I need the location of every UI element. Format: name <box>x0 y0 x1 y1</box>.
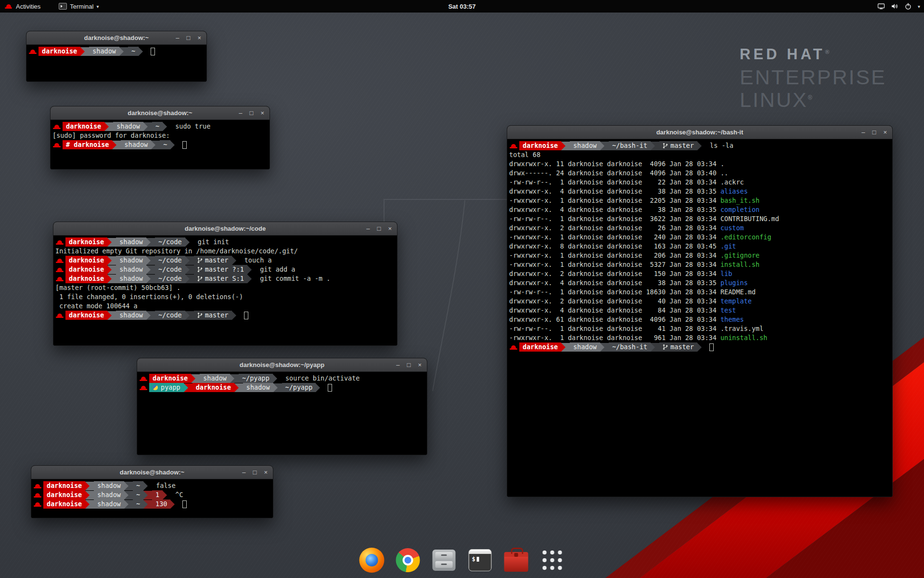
close-button[interactable]: × <box>418 362 422 368</box>
close-button[interactable]: × <box>264 469 268 475</box>
window-title: darknoise@shadow:~ <box>84 34 149 41</box>
file-meta: drwxrwxr-x. 61 darknoise darknoise 4096 … <box>509 315 720 324</box>
file-list-line: drwxrwxr-x. 4 darknoise darknoise 38 Jan… <box>509 278 891 288</box>
powerline-separator-icon <box>124 482 133 490</box>
file-list-line: drwx------. 24 darknoise darknoise 4096 … <box>509 169 891 178</box>
terminal-launcher[interactable]: $ <box>466 546 494 574</box>
window-titlebar[interactable]: darknoise@shadow:~ – □ × <box>31 466 273 479</box>
chrome-launcher[interactable] <box>394 546 422 574</box>
clock[interactable]: Sat 03:57 <box>448 3 475 10</box>
display-icon <box>877 2 885 10</box>
toolbox-launcher[interactable] <box>502 546 530 574</box>
close-button[interactable]: × <box>260 110 264 116</box>
redhat-icon <box>34 491 41 499</box>
powerline-separator-icon <box>273 374 282 383</box>
terminal-icon-cursor <box>477 557 479 562</box>
show-applications-button[interactable] <box>539 546 566 574</box>
prompt-segment-user: # darknoise <box>63 140 112 149</box>
command-text: source bin/activate <box>282 374 360 383</box>
minimize-button[interactable]: – <box>396 362 399 368</box>
window-title: darknoise@shadow:~/bash-it <box>656 129 744 136</box>
maximize-button[interactable]: □ <box>377 225 381 232</box>
terminal-content[interactable]: darknoiseshadow~/code git initInitialize… <box>53 236 397 345</box>
powerline-separator-icon <box>561 142 570 150</box>
prompt-segment-user: darknoise <box>65 311 107 320</box>
maximize-button[interactable]: □ <box>187 35 191 41</box>
git-branch-icon <box>663 143 668 149</box>
prompt-segment-host: shadow <box>116 265 146 274</box>
window-titlebar[interactable]: darknoise@shadow:~/pyapp – □ × <box>137 358 427 372</box>
terminal-content[interactable]: darknoiseshadow~/pyapp source bin/activa… <box>137 372 427 455</box>
terminal-content[interactable]: darknoiseshadow~ <box>26 45 206 81</box>
minimize-button[interactable]: – <box>176 35 179 41</box>
maximize-button[interactable]: □ <box>253 469 257 475</box>
prompt-segment-user: darknoise <box>65 237 107 247</box>
terminal-content[interactable]: darknoiseshadow~ sudo true[sudo] passwor… <box>51 120 270 169</box>
minimize-button[interactable]: – <box>861 129 865 135</box>
minimize-button[interactable]: – <box>239 110 242 116</box>
output-text: total 68 <box>509 150 540 159</box>
maximize-button[interactable]: □ <box>873 129 876 135</box>
firefox-launcher[interactable] <box>358 546 386 574</box>
files-launcher[interactable] <box>430 546 458 574</box>
file-name: bash_it.sh <box>720 196 759 205</box>
terminal-content[interactable]: darknoiseshadow~/bash-itmaster ls -latot… <box>507 139 892 497</box>
prompt-segment-path: ~/bash-it <box>609 141 651 150</box>
file-name: lib <box>720 269 732 278</box>
activities-button[interactable]: Activities <box>0 0 45 13</box>
chrome-icon <box>396 548 420 572</box>
terminal-icon-titlebar <box>469 550 491 554</box>
desktop-background[interactable]: RED HAT® ENTERPRISE LINUX® darknoise@sha… <box>0 0 924 578</box>
file-meta: drwxrwxr-x. 2 darknoise darknoise 150 Ja… <box>509 269 720 278</box>
file-list-line: drwxrwxr-x. 4 darknoise darknoise 38 Jan… <box>509 187 891 196</box>
minimize-button[interactable]: – <box>242 469 245 475</box>
window-titlebar[interactable]: darknoise@shadow:~ – □ × <box>26 31 206 45</box>
powerline-separator-icon <box>232 311 241 320</box>
powerline-separator-icon <box>184 383 192 392</box>
file-name: uninstall.sh <box>720 333 768 342</box>
prompt-line: darknoiseshadow~/codemaster <box>55 311 396 320</box>
prompt-line: # darknoiseshadow~ <box>52 140 268 149</box>
prompt-segment-exit: 130 <box>152 499 170 509</box>
system-status-area[interactable]: ▾ <box>877 0 920 13</box>
file-meta: drwxrwxr-x. 2 darknoise darknoise 40 Jan… <box>509 297 720 306</box>
window-titlebar[interactable]: darknoise@shadow:~ – □ × <box>51 106 270 120</box>
maximize-button[interactable]: □ <box>250 110 254 116</box>
prompt-segment-git: master S:1 <box>194 274 247 283</box>
close-button[interactable]: × <box>388 225 392 232</box>
prompt-segment-host: shadow <box>243 383 273 392</box>
terminal-content[interactable]: darknoiseshadow~ falsedarknoiseshadow~1 … <box>31 479 273 518</box>
powerline-separator-icon <box>104 122 113 131</box>
file-list-line: drwxrwxr-x. 8 darknoise darknoise 163 Ja… <box>509 242 891 251</box>
powerline-separator-icon <box>232 256 241 265</box>
powerline-separator-icon <box>600 343 609 352</box>
powerline-separator-icon <box>247 265 256 274</box>
terminal-window-code: darknoise@shadow:~/code – □ × darknoises… <box>53 222 398 346</box>
file-meta: drwxrwxr-x. 4 darknoise darknoise 38 Jan… <box>509 187 720 196</box>
powerline-separator-icon <box>163 491 171 499</box>
maximize-button[interactable]: □ <box>407 362 411 368</box>
firefox-icon <box>359 548 385 573</box>
file-meta: -rw-rw-r--. 1 darknoise darknoise 22 Jan… <box>509 178 720 187</box>
redhat-icon <box>53 141 61 149</box>
close-button[interactable]: × <box>197 35 201 41</box>
close-button[interactable]: × <box>883 129 887 135</box>
file-list-line: -rwxrwxr-x. 1 darknoise darknoise 2205 J… <box>509 196 891 205</box>
terminal-cursor <box>151 48 155 55</box>
app-menu-terminal[interactable]: Terminal ▾ <box>56 0 102 13</box>
window-title: darknoise@shadow:~/pyapp <box>240 361 324 368</box>
prompt-segment-user: darknoise <box>519 141 561 150</box>
file-list-line: drwxrwxr-x. 2 darknoise darknoise 40 Jan… <box>509 297 891 306</box>
redhat-icon <box>140 383 147 392</box>
file-list-line: -rwxrwxr-x. 1 darknoise darknoise 5327 J… <box>509 260 891 269</box>
prompt-line: pyappdarknoiseshadow~/pyapp <box>139 383 425 392</box>
powerline-separator-icon <box>124 500 133 509</box>
prompt-segment-host: shadow <box>89 47 119 56</box>
window-titlebar[interactable]: darknoise@shadow:~/code – □ × <box>53 222 397 236</box>
minimize-button[interactable]: – <box>366 225 370 232</box>
prompt-segment-user: darknoise <box>149 374 191 383</box>
output-text: [sudo] password for darknoise: <box>52 131 174 140</box>
prompt-line: darknoiseshadow~130 <box>33 499 271 509</box>
window-titlebar[interactable]: darknoise@shadow:~/bash-it – □ × <box>507 126 892 139</box>
dock: $ <box>358 546 566 574</box>
